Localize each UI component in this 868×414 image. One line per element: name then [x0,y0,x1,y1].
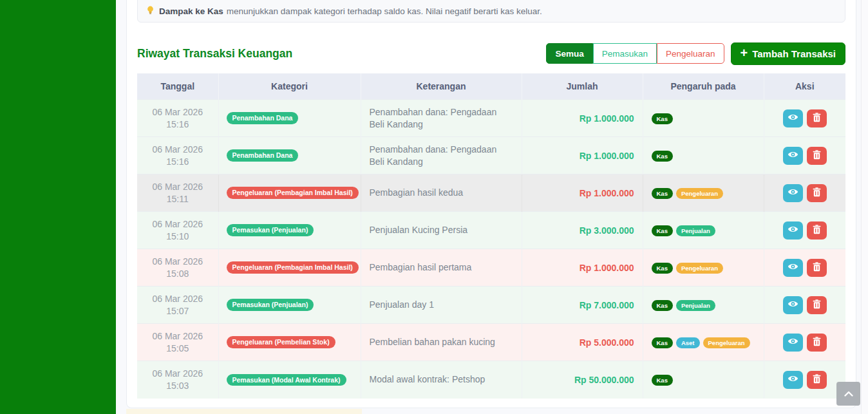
scroll-to-top-button[interactable] [836,382,860,406]
delete-transaction-button[interactable] [807,109,827,127]
trash-icon [813,299,821,311]
filter-button-group: SemuaPemasukanPengeluaran [546,43,724,64]
transactions-card: Dampak ke Kasmenunjukkan dampak kategori… [126,0,856,408]
impact-badges: Kas [643,361,764,399]
transaction-description: Pembagian hasil pertama [361,249,522,287]
transaction-date: 06 Mar 202615:08 [137,249,218,287]
view-transaction-button[interactable] [783,371,803,389]
transaction-description: Penambahan dana: Pengadaan Beli Kandang [361,137,522,174]
category-badge: Pemasukan (Penjualan) [227,224,314,236]
transaction-date: 06 Mar 202615:05 [137,324,218,361]
delete-transaction-button[interactable] [807,334,827,352]
plus-icon: + [741,46,748,59]
transaction-date: 06 Mar 202615:16 [137,100,218,137]
impact-badge-penjualan: Penjualan [676,225,715,236]
column-header-tanggal: Tanggal [137,73,218,100]
trash-icon [813,225,821,236]
transaction-amount: Rp 1.000.000 [580,151,634,161]
category-badge: Pengeluaran (Pembagian Imbal Hasil) [227,187,359,199]
transaction-row: 06 Mar 202615:10Pemasukan (Penjualan)Pen… [137,212,845,249]
impact-badges: KasPenjualan [643,212,764,249]
transaction-amount: Rp 50.000.000 [574,375,634,385]
view-transaction-button[interactable] [783,296,803,314]
column-header-aksi: Aksi [764,73,845,100]
transaction-date: 06 Mar 202615:10 [137,212,218,249]
column-header-keterangan: Keterangan [361,73,522,100]
category-badge: Pemasukan (Penjualan) [227,299,314,311]
transactions-table: TanggalKategoriKeteranganJumlahPengaruh … [137,73,845,399]
view-transaction-button[interactable] [783,147,803,165]
delete-transaction-button[interactable] [807,259,827,277]
add-transaction-label: Tambah Transaksi [752,48,836,59]
impact-badge-kas: Kas [652,225,673,236]
category-badge: Penambahan Dana [227,149,299,162]
transaction-date: 06 Mar 202615:16 [137,137,218,174]
category-badge: Penambahan Dana [227,112,299,124]
view-transaction-button[interactable] [783,334,803,352]
delete-transaction-button[interactable] [807,221,827,240]
trash-icon [813,337,821,348]
impact-badge-kas: Kas [652,151,673,162]
filter-button-pengeluaran[interactable]: Pengeluaran [657,43,724,64]
trash-icon [813,150,821,162]
filter-button-pemasukan[interactable]: Pemasukan [593,43,657,64]
trash-icon [813,113,821,124]
filter-button-semua[interactable]: Semua [546,43,592,64]
eye-icon [788,300,798,310]
eye-icon [788,113,798,123]
impact-badge-penjualan: Penjualan [676,300,715,311]
transaction-amount: Rp 1.000.000 [580,113,634,124]
view-transaction-button[interactable] [783,109,803,127]
banner-text: Dampak ke Kasmenunjukkan dampak kategori… [159,6,542,16]
impact-badge-kas: Kas [652,113,673,124]
impact-badge-kas: Kas [652,188,673,199]
transaction-amount: Rp 7.000.000 [580,300,634,310]
eye-icon [788,151,798,160]
trash-icon [813,262,821,274]
impact-badges: KasPengeluaran [643,249,764,287]
delete-transaction-button[interactable] [807,371,827,389]
lightbulb-icon [147,6,154,17]
add-transaction-button[interactable]: + Tambah Transaksi [731,42,845,65]
section-header: Riwayat Transaksi Keuangan SemuaPemasuka… [137,42,845,65]
transaction-row: 06 Mar 202615:16Penambahan DanaPenambaha… [137,137,845,174]
view-transaction-button[interactable] [783,259,803,277]
transaction-date: 06 Mar 202615:07 [137,287,218,324]
impact-badge-kas: Kas [652,300,673,311]
impact-badge-pengeluaran: Pengeluaran [676,188,723,199]
column-header-pengaruh-pada: Pengaruh pada [643,73,764,100]
view-transaction-button[interactable] [783,221,803,240]
eye-icon [788,375,798,384]
view-transaction-button[interactable] [783,184,803,202]
impact-badge-kas: Kas [652,263,673,274]
impact-badges: KasPengeluaran [643,174,764,212]
delete-transaction-button[interactable] [807,296,827,314]
impact-badges: Kas [643,100,764,137]
column-header-kategori: Kategori [218,73,361,100]
table-header-row: TanggalKategoriKeteranganJumlahPengaruh … [137,73,845,100]
transaction-row: 06 Mar 202615:11Pengeluaran (Pembagian I… [137,174,845,212]
eye-icon [788,337,798,347]
transaction-amount: Rp 1.000.000 [580,263,634,273]
category-badge: Pengeluaran (Pembagian Imbal Hasil) [227,261,359,274]
page-title: Riwayat Transaksi Keuangan [137,47,292,61]
delete-transaction-button[interactable] [807,184,827,202]
transaction-amount: Rp 5.000.000 [580,337,634,348]
impact-badges: Kas [643,137,764,174]
transaction-amount: Rp 3.000.000 [580,225,634,236]
info-banner: Dampak ke Kasmenunjukkan dampak kategori… [137,0,845,23]
transaction-description: Penjualan Kucing Persia [361,212,522,249]
banner-highlight: Dampak ke Kas [159,6,223,16]
scrollbar-track[interactable] [861,0,868,414]
transaction-description: Modal awal kontrak: Petshop [361,361,522,399]
impact-badge-aset: Aset [676,337,700,348]
delete-transaction-button[interactable] [807,147,827,165]
transaction-row: 06 Mar 202615:03Pemasukan (Modal Awal Ko… [137,361,845,399]
transaction-description: Pembagian hasil kedua [361,174,522,212]
impact-badge-pengeluaran: Pengeluaran [703,337,750,348]
trash-icon [813,187,821,199]
transaction-description: Penjualan day 1 [361,287,522,324]
eye-icon [788,225,798,235]
column-header-jumlah: Jumlah [522,73,643,100]
impact-badges: KasPenjualan [643,287,764,324]
